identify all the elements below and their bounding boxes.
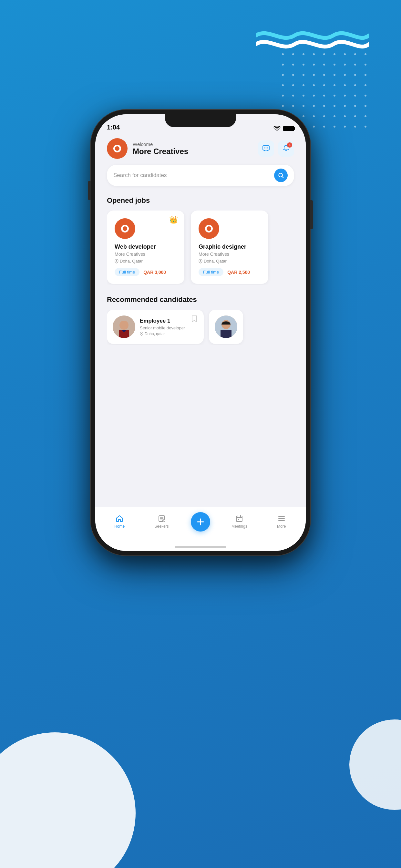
- meetings-icon: [235, 515, 243, 523]
- job-company-2: More Creatives: [198, 252, 260, 257]
- chat-icon: [262, 145, 270, 152]
- candidate-avatar-2: [215, 315, 237, 338]
- jobs-row: 👑 Web developer More Creatives Doha, Qat…: [107, 211, 294, 285]
- job-logo-2: [198, 218, 219, 239]
- search-section: Search for candidates: [95, 162, 306, 191]
- svg-point-10: [141, 333, 143, 334]
- job-company-1: More Creatives: [115, 252, 177, 257]
- phone-device: 1:04 Wel: [91, 110, 310, 555]
- phone-notch: [165, 114, 236, 127]
- header-user-info: Welcome More Creatives: [107, 138, 188, 159]
- status-time: 1:04: [107, 124, 120, 131]
- location-pin-icon-cand-1: [140, 332, 143, 336]
- candidate-role-1: Senior mobile developer: [140, 326, 198, 330]
- nav-more[interactable]: More: [269, 515, 295, 529]
- search-bar[interactable]: Search for candidates: [107, 165, 294, 186]
- add-icon: [196, 517, 205, 526]
- svg-point-3: [267, 148, 268, 149]
- search-button[interactable]: [274, 168, 288, 182]
- recommended-candidates-section: Recommended candidates: [95, 290, 306, 350]
- svg-point-5: [116, 260, 117, 261]
- job-logo-inner-2: [205, 225, 213, 232]
- job-location-2: Doha, Qatar: [198, 259, 260, 264]
- job-card-1[interactable]: 👑 Web developer More Creatives Doha, Qat…: [107, 211, 184, 284]
- avatar-inner-ring: [113, 145, 121, 152]
- bookmark-button-1[interactable]: [189, 314, 199, 324]
- crown-badge: 👑: [169, 216, 178, 224]
- wifi-icon: [274, 126, 281, 131]
- job-title-2: Graphic designer: [198, 244, 260, 250]
- nav-seekers[interactable]: Seekers: [149, 515, 175, 529]
- battery-icon: [283, 126, 294, 131]
- header-action-buttons: 8: [258, 141, 294, 157]
- svg-point-2: [266, 148, 267, 149]
- nav-more-label: More: [277, 524, 286, 529]
- candidate-info-1: Employee 1 Senior mobile developer Doha,…: [140, 318, 198, 336]
- svg-rect-12: [220, 330, 232, 338]
- svg-point-1: [265, 148, 266, 149]
- main-scroll-area[interactable]: Opened jobs 👑 Web developer More Creativ…: [95, 191, 306, 507]
- candidate-avatar-svg-2: [215, 315, 237, 338]
- seekers-icon: [158, 515, 166, 523]
- chat-button[interactable]: [258, 141, 274, 157]
- search-icon: [278, 172, 284, 179]
- welcome-label: Welcome: [133, 142, 188, 147]
- app-header: Welcome More Creatives: [95, 134, 306, 162]
- candidate-card-2-partial[interactable]: [209, 310, 243, 344]
- nav-seekers-label: Seekers: [155, 524, 169, 529]
- nav-meetings[interactable]: Meetings: [226, 515, 252, 529]
- bottom-spacer: [95, 350, 306, 376]
- wave-decoration: [256, 18, 369, 51]
- job-footer-1: Full time QAR 3,000: [115, 268, 177, 276]
- job-type-1: Full time: [115, 268, 140, 276]
- job-logo-1: [115, 218, 135, 239]
- job-logo-inner-1: [121, 225, 129, 232]
- svg-rect-21: [236, 516, 242, 522]
- candidate-location-text-1: Doha, qatar: [145, 332, 165, 336]
- home-icon: [116, 515, 123, 523]
- job-title-1: Web developer: [115, 244, 177, 250]
- job-footer-2: Full time QAR 2,500: [198, 268, 260, 276]
- bookmark-icon-1: [191, 315, 197, 322]
- job-location-1: Doha, Qatar: [115, 259, 177, 264]
- candidate-card-1[interactable]: Employee 1 Senior mobile developer Doha,…: [107, 310, 204, 344]
- blob-decoration-left: [0, 733, 135, 868]
- job-type-2: Full time: [198, 268, 223, 276]
- nav-home-label: Home: [114, 524, 125, 529]
- candidates-row: Employee 1 Senior mobile developer Doha,…: [107, 310, 294, 345]
- nav-meetings-label: Meetings: [232, 524, 247, 529]
- notification-button[interactable]: 8: [278, 141, 294, 157]
- svg-rect-25: [238, 519, 239, 520]
- home-indicator: [95, 542, 306, 551]
- phone-screen: 1:04 Wel: [95, 114, 306, 551]
- candidate-name-1: Employee 1: [140, 318, 198, 324]
- nav-add-button[interactable]: [191, 512, 210, 531]
- recommended-candidates-title: Recommended candidates: [107, 296, 294, 304]
- status-icons: [274, 126, 294, 131]
- svg-point-6: [200, 260, 201, 261]
- opened-jobs-section: Opened jobs 👑 Web developer More Creativ…: [95, 191, 306, 290]
- notification-count: 8: [287, 143, 292, 148]
- location-text-2: Doha, Qatar: [204, 259, 227, 264]
- svg-point-9: [120, 321, 128, 330]
- opened-jobs-title: Opened jobs: [107, 196, 294, 205]
- more-icon: [278, 515, 285, 523]
- job-card-2[interactable]: Graphic designer More Creatives Doha, Qa…: [191, 211, 268, 284]
- company-name: More Creatives: [133, 147, 188, 156]
- phone-outer-frame: 1:04 Wel: [91, 110, 310, 555]
- header-text: Welcome More Creatives: [133, 142, 188, 156]
- user-avatar[interactable]: [107, 138, 127, 159]
- nav-home[interactable]: Home: [106, 515, 132, 529]
- job-salary-1: QAR 3,000: [143, 270, 166, 275]
- home-bar: [175, 546, 226, 548]
- candidate-avatar-svg-1: [113, 315, 135, 338]
- location-text-1: Doha, Qatar: [120, 259, 143, 264]
- location-pin-icon-2: [198, 259, 203, 264]
- location-pin-icon-1: [115, 259, 119, 264]
- bottom-navigation: Home Seekers: [95, 507, 306, 542]
- blob-decoration-right: [349, 719, 401, 810]
- candidate-location-1: Doha, qatar: [140, 332, 198, 336]
- candidate-avatar-1: [113, 315, 135, 338]
- job-salary-2: QAR 2,500: [227, 270, 250, 275]
- search-placeholder: Search for candidates: [113, 172, 270, 179]
